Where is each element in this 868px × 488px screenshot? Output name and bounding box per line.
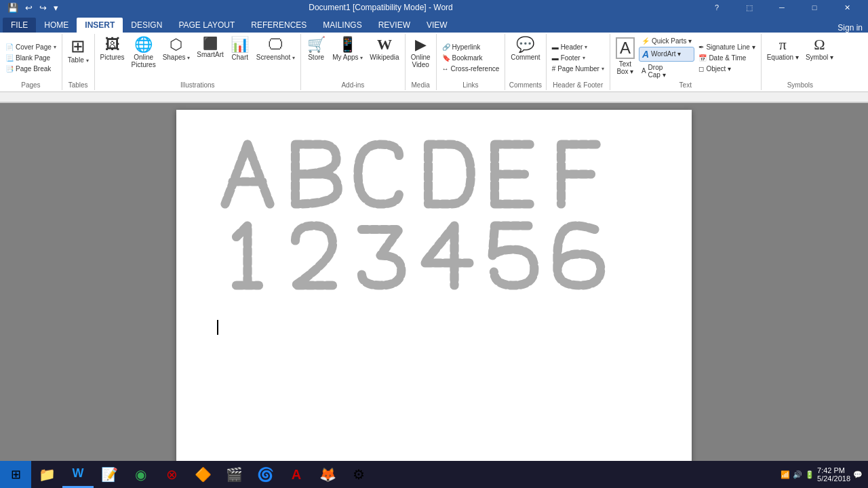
- hyperlink-button[interactable]: 🔗 Hyperlink: [439, 42, 502, 52]
- taskbar: ⊞ 📁 W 📝 ◉ ⊗ 🔶 🎬 🌀 A 🦊 ⚙ 📶 🔊 🔋 7:42 PM 5/…: [0, 461, 868, 488]
- signature-line-button[interactable]: ✒ Signature Line ▾: [696, 42, 757, 52]
- comment-icon: 💬: [516, 37, 534, 52]
- start-button[interactable]: ⊞: [0, 461, 31, 488]
- blank-page-icon: 📃: [5, 54, 14, 62]
- vlc-taskbar-button[interactable]: 🔶: [187, 461, 218, 488]
- text-group: A TextBox ▾ ⚡ Quick Parts ▾ A WordArt ▾ …: [610, 34, 762, 90]
- tab-file[interactable]: FILE: [3, 18, 36, 33]
- illustrations-label: Illustrations: [98, 80, 298, 89]
- symbol-icon: Ω: [814, 37, 825, 52]
- letter-A: [217, 137, 278, 211]
- adobe-taskbar-button[interactable]: A: [281, 461, 312, 488]
- ribbon: 📄 Cover Page▾ 📃 Blank Page 📑 Page Break …: [0, 33, 868, 92]
- chart-button[interactable]: 📊 Chart: [228, 35, 252, 63]
- text-box-button[interactable]: A TextBox ▾: [613, 35, 637, 77]
- blank-page-button[interactable]: 📃 Blank Page: [3, 53, 59, 63]
- letter-C: [350, 137, 411, 211]
- text-cursor: [217, 320, 218, 335]
- ruler-svg: /* ruler marks drawn via CSS */: [0, 92, 868, 103]
- battery-icon: 🔋: [805, 470, 814, 479]
- main-area: [0, 103, 868, 472]
- sign-in-link[interactable]: Sign in: [837, 23, 863, 33]
- tool2-taskbar-button[interactable]: ⚙: [343, 461, 374, 488]
- tab-insert[interactable]: INSERT: [77, 18, 123, 33]
- shapes-icon: ⬡: [170, 37, 182, 52]
- add-ins-label: Add-ins: [304, 80, 402, 89]
- online-video-button[interactable]: ▶ OnlineVideo: [408, 35, 433, 70]
- document[interactable]: [176, 110, 692, 465]
- notepad-taskbar-button[interactable]: 📝: [94, 461, 125, 488]
- number-4: [416, 218, 477, 293]
- cross-reference-button[interactable]: ↔ Cross-reference: [439, 64, 502, 74]
- wikipedia-button[interactable]: W Wikipedia: [367, 35, 401, 63]
- tab-page-layout[interactable]: PAGE LAYOUT: [170, 18, 243, 33]
- media-group: ▶ OnlineVideo Media: [406, 34, 437, 90]
- wordart-button[interactable]: A WordArt ▾: [639, 47, 694, 62]
- word-taskbar-button[interactable]: W: [62, 461, 94, 488]
- symbol-button[interactable]: Ω Symbol ▾: [803, 35, 836, 63]
- help-button[interactable]: ?: [701, 0, 732, 15]
- tab-mailings[interactable]: MAILINGS: [315, 18, 370, 33]
- number-1: [217, 218, 278, 293]
- tab-view[interactable]: VIEW: [418, 18, 456, 33]
- online-pictures-button[interactable]: 🌐 OnlinePictures: [129, 35, 159, 70]
- title-bar: 💾 ↩ ↪ ▾ Document1 [Compatibility Mode] -…: [0, 0, 868, 15]
- add-ins-group: 🛒 Store 📱 My Apps ▾ W Wikipedia Add-ins: [301, 34, 406, 90]
- header-button[interactable]: ▬ Header▾: [549, 42, 607, 52]
- text-box-icon: A: [616, 37, 635, 59]
- page-break-button[interactable]: 📑 Page Break: [3, 64, 59, 74]
- date-time-button[interactable]: 📅 Date & Time: [696, 53, 757, 63]
- cover-page-button[interactable]: 📄 Cover Page▾: [3, 42, 59, 52]
- object-button[interactable]: ◻ Object ▾: [696, 64, 757, 74]
- opera-taskbar-button[interactable]: ⊗: [156, 461, 187, 488]
- header-footer-group: ▬ Header▾ ▬ Footer▾ # Page Number▾ Heade…: [547, 34, 610, 90]
- tab-review[interactable]: REVIEW: [370, 18, 418, 33]
- customize-icon[interactable]: ▾: [52, 3, 60, 13]
- tracing-area: [217, 137, 651, 293]
- window-controls[interactable]: ? ⬚ ─ □ ✕: [701, 0, 863, 15]
- close-button[interactable]: ✕: [831, 0, 863, 15]
- quick-parts-button[interactable]: ⚡ Quick Parts ▾: [639, 36, 694, 46]
- footer-button[interactable]: ▬ Footer▾: [549, 53, 607, 63]
- minimize-button[interactable]: ─: [766, 0, 797, 15]
- ribbon-tabs: FILE HOME INSERT DESIGN PAGE LAYOUT REFE…: [0, 15, 868, 33]
- store-button[interactable]: 🛒 Store: [304, 35, 328, 63]
- pictures-button[interactable]: 🖼 Pictures: [98, 35, 127, 63]
- tab-references[interactable]: REFERENCES: [243, 18, 315, 33]
- drop-cap-icon: A: [642, 67, 646, 75]
- comment-button[interactable]: 💬 Comment: [508, 35, 542, 63]
- firefox-taskbar-button[interactable]: 🦊: [312, 461, 343, 488]
- table-button[interactable]: ⊞ Table ▾: [65, 35, 92, 66]
- save-icon[interactable]: 💾: [5, 3, 20, 13]
- tab-design[interactable]: DESIGN: [123, 18, 170, 33]
- quick-access-toolbar[interactable]: 💾 ↩ ↪ ▾: [5, 3, 60, 13]
- tab-home[interactable]: HOME: [36, 18, 77, 33]
- bookmark-button[interactable]: 🔖 Bookmark: [439, 53, 502, 63]
- number-2: [283, 218, 344, 293]
- video-taskbar-button[interactable]: 🎬: [218, 461, 250, 488]
- pages-group-content: 📄 Cover Page▾ 📃 Blank Page 📑 Page Break: [3, 35, 59, 80]
- redo-icon[interactable]: ↪: [37, 3, 49, 13]
- drop-cap-button[interactable]: A DropCap ▾: [639, 62, 694, 80]
- file-explorer-button[interactable]: 📁: [31, 461, 62, 488]
- screenshot-button[interactable]: 🖵 Screenshot ▾: [254, 35, 298, 63]
- equation-button[interactable]: π Equation ▾: [764, 35, 802, 63]
- text-group-label: Text: [613, 80, 758, 89]
- undo-icon[interactable]: ↩: [23, 3, 35, 13]
- illustrations-group: 🖼 Pictures 🌐 OnlinePictures ⬡ Shapes ▾ ⬛…: [95, 34, 302, 90]
- ribbon-display-button[interactable]: ⬚: [734, 0, 765, 15]
- header-icon: ▬: [552, 43, 559, 51]
- shapes-button[interactable]: ⬡ Shapes ▾: [160, 35, 193, 63]
- letters-row: [217, 137, 610, 211]
- smartart-button[interactable]: ⬛ SmartArt: [194, 35, 226, 60]
- browser-taskbar-button[interactable]: 🌀: [250, 461, 281, 488]
- maximize-button[interactable]: □: [799, 0, 830, 15]
- pages-label: Pages: [3, 80, 59, 89]
- notifications-icon[interactable]: 💬: [853, 470, 863, 479]
- cover-page-arrow: ▾: [54, 44, 56, 50]
- document-container[interactable]: [0, 103, 868, 472]
- page-number-button[interactable]: # Page Number▾: [549, 64, 607, 74]
- wikipedia-icon: W: [377, 37, 392, 52]
- chrome-taskbar-button[interactable]: ◉: [125, 461, 156, 488]
- my-apps-button[interactable]: 📱 My Apps ▾: [330, 35, 366, 63]
